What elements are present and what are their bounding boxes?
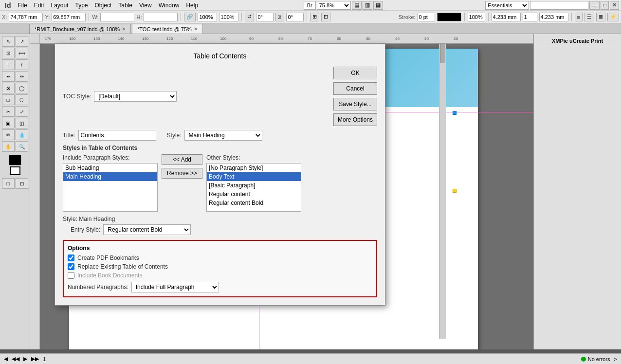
close-btn[interactable]: ✕ [610,1,619,10]
tab-rmit-close[interactable]: ✕ [122,26,126,32]
w-field[interactable] [100,13,134,21]
last-page-btn[interactable]: ▶▶ [31,356,39,362]
add-button[interactable]: << Add [162,154,202,165]
numbered-paragraphs-select[interactable]: Include Full Paragraph Include Numbers O… [131,282,219,292]
first-page-btn[interactable]: ◀◀ [12,356,19,362]
opacity-field[interactable] [468,13,485,21]
rect-tool[interactable]: □ [2,94,15,105]
direct-select-tool[interactable]: ↗ [16,36,28,47]
title-input[interactable] [78,130,156,141]
menu-object[interactable]: Object [92,1,115,10]
menu-table[interactable]: Table [115,1,135,10]
include-item-mainheading[interactable]: Main Heading [63,172,157,181]
zoom-tool[interactable]: 🔍 [16,141,28,152]
other-item-basicparagraph[interactable]: [Basic Paragraph] [207,181,301,190]
other-listbox[interactable]: [No Paragraph Style] Body Text [Basic Pa… [206,163,301,212]
gradient-feather-tool[interactable]: ◫ [16,118,28,128]
bridge-btn[interactable]: Br [304,1,316,10]
transform-btn[interactable]: ⊞ [310,13,319,21]
entry-style-select[interactable]: Regular content Bold [103,224,191,235]
other-item-regularbold[interactable]: Regular content Bold [207,199,301,207]
preview-mode[interactable]: ⊡ [16,178,28,189]
shear-icon[interactable]: ⧖ [275,13,284,21]
gap-tool[interactable]: ⟺ [16,48,28,58]
lightning-btn[interactable]: ⚡ [607,13,619,21]
minimize-btn[interactable]: — [589,1,600,10]
rotate-field[interactable] [256,13,274,21]
lock-aspect-btn[interactable]: 🔗 [184,13,196,21]
other-item-noparagraph[interactable]: [No Paragraph Style] [207,164,301,172]
view-btn-2[interactable]: ▥ [363,1,372,10]
page-tool[interactable]: ⊡ [2,48,15,58]
align-right-btn[interactable]: ≣ [596,13,605,21]
save-style-button[interactable]: Save Style... [333,98,377,110]
h-field[interactable] [144,13,178,21]
include-book-checkbox[interactable] [68,272,74,279]
create-pdf-checkbox[interactable] [68,255,74,261]
zoom-select[interactable]: 75.8% [317,1,351,10]
ellipse-frame-tool[interactable]: ◯ [16,83,28,93]
color-swatch[interactable] [437,13,461,21]
extra-field3[interactable] [539,13,568,21]
tab-rmit[interactable]: *RMIT_Brochure_v07.indd @ 108% ✕ [29,24,131,34]
tab-toc[interactable]: *TOC-test.indd @ 75% ✕ [132,24,203,34]
text-tool[interactable]: T [2,59,15,70]
anchor-point-2[interactable] [453,189,457,193]
menu-file[interactable]: File [15,1,30,10]
extra-field1[interactable] [492,13,521,21]
eyedropper-tool[interactable]: 💧 [16,129,28,140]
cancel-button[interactable]: Cancel [333,82,377,95]
other-item-bodytext[interactable]: Body Text [207,172,301,181]
free-transform-tool[interactable]: ⤢ [16,106,28,117]
scrollbar-thumb[interactable] [440,44,445,63]
scale-x-field[interactable] [198,13,217,21]
menu-help[interactable]: Help [183,1,201,10]
remove-button[interactable]: Remove >> [162,168,202,179]
style-select[interactable]: Main Heading [184,130,262,141]
maximize-btn[interactable]: □ [601,1,609,10]
y-field[interactable] [52,13,86,21]
extra-field2[interactable] [523,13,537,21]
ok-button[interactable]: OK [333,67,377,79]
rotate-icon[interactable]: ↺ [245,13,254,21]
align-center-btn[interactable]: ☰ [584,13,594,21]
x-field[interactable] [9,13,43,21]
select-tool[interactable]: ↖ [2,36,15,47]
other-item-regularcontent[interactable]: Regular content [207,190,301,199]
replace-existing-checkbox[interactable] [68,263,74,270]
menu-edit[interactable]: Edit [31,1,47,10]
toc-style-select[interactable]: [Default] [94,91,177,102]
menu-window[interactable]: Window [156,1,183,10]
include-listbox[interactable]: Sub Heading Main Heading [63,163,158,212]
polygon-tool[interactable]: ⬡ [16,94,28,105]
include-item-subheading[interactable]: Sub Heading [63,164,157,172]
view-btn-1[interactable]: ▤ [352,1,362,10]
menu-view[interactable]: View [136,1,155,10]
fill-swatch[interactable] [9,155,21,165]
rect-frame-tool[interactable]: ⊠ [2,83,15,93]
pencil-tool[interactable]: ✏ [16,71,28,82]
stroke-field[interactable] [418,13,435,21]
tab-toc-close[interactable]: ✕ [194,26,198,32]
more-options-button[interactable]: More Options [333,113,377,126]
prev-page-btn[interactable]: ◀ [4,356,8,362]
hand-tool[interactable]: ✋ [2,141,15,152]
align-btn[interactable]: ⊡ [321,13,330,21]
line-tool[interactable]: / [16,59,28,70]
shear-field[interactable] [286,13,304,21]
stroke-swatch[interactable] [10,166,20,175]
align-left-btn[interactable]: ≡ [575,13,583,21]
note-tool[interactable]: ✉ [2,129,15,140]
normal-mode[interactable]: □ [2,178,15,189]
search-input[interactable] [530,1,588,10]
scrollbar-vertical[interactable] [439,34,446,339]
menu-type[interactable]: Type [73,1,91,10]
scale-y-field[interactable] [219,13,238,21]
gradient-swatch-tool[interactable]: ▣ [2,118,15,128]
next-page-btn[interactable]: ▶ [23,356,27,362]
essentials-select[interactable]: Essentials [485,1,529,10]
anchor-point-1[interactable] [453,111,457,115]
view-btn-3[interactable]: ▦ [373,1,383,10]
scissors-tool[interactable]: ✂ [2,106,15,117]
pen-tool[interactable]: ✒ [2,71,15,82]
